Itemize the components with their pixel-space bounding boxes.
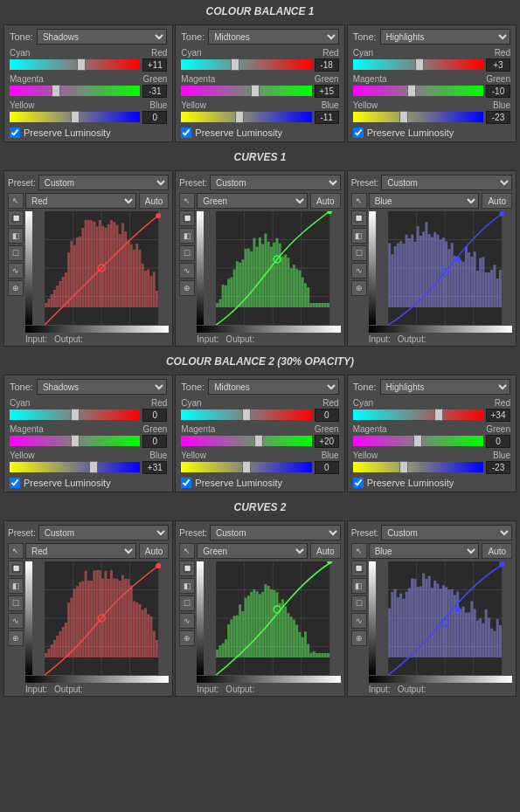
wave-tool[interactable]: ∿ [8,613,24,629]
yellow-blue-value[interactable] [315,461,339,474]
channel-select[interactable]: RedGreenBlueRGB [197,543,308,559]
cyan-red-value[interactable] [142,58,167,72]
magenta-green-slider[interactable] [181,436,311,446]
channel-select[interactable]: RedGreenBlueRGB [369,543,480,559]
tone-select[interactable]: ShadowsMidtonesHighlights [208,29,338,45]
channel-select[interactable]: RedGreenBlueRGB [197,193,308,209]
pointer-tool[interactable]: ↖ [351,193,367,209]
auto-button[interactable]: Auto [482,543,512,559]
cyan-red-slider[interactable] [353,59,483,70]
preset-select[interactable]: CustomDefaultStrong ContrastMedium Contr… [381,525,512,540]
curves-canvas[interactable] [34,561,169,675]
cyan-red-value[interactable] [486,409,510,422]
magenta-green-slider[interactable] [181,86,311,96]
eyedropper-black-tool[interactable]: 🔲 [351,561,367,576]
eyedropper-gray-tool[interactable]: ◧ [8,578,24,594]
eyedropper-white-tool[interactable]: ☐ [179,245,195,261]
wave-tool[interactable]: ∿ [179,263,195,279]
preset-select[interactable]: CustomDefaultStrong ContrastMedium Contr… [38,175,170,190]
auto-button[interactable]: Auto [139,193,170,209]
wave-tool[interactable]: ∿ [351,263,367,279]
auto-button[interactable]: Auto [139,543,170,559]
preserve-luminosity-checkbox[interactable] [10,478,20,488]
preserve-luminosity-checkbox[interactable] [181,127,191,138]
cyan-red-value[interactable] [315,58,339,72]
preserve-luminosity-checkbox[interactable] [353,478,364,488]
pointer-tool[interactable]: ↖ [179,543,195,559]
tone-select[interactable]: ShadowsMidtonesHighlights [37,379,167,395]
yellow-blue-value[interactable] [142,461,167,474]
preset-select[interactable]: CustomDefaultStrong ContrastMedium Contr… [381,175,512,190]
eyedropper-white-tool[interactable]: ☐ [179,595,195,611]
target-tool[interactable]: ⊕ [8,630,24,646]
curves-canvas[interactable] [34,211,169,325]
cyan-red-value[interactable] [486,58,510,72]
target-tool[interactable]: ⊕ [179,630,195,646]
magenta-green-slider[interactable] [10,86,140,96]
preserve-luminosity-checkbox[interactable] [181,478,191,488]
channel-select[interactable]: RedGreenBlueRGB [369,193,480,209]
magenta-green-value[interactable] [142,85,167,98]
pointer-tool[interactable]: ↖ [8,193,24,209]
yellow-blue-value[interactable] [315,111,339,124]
preset-select[interactable]: CustomDefaultStrong ContrastMedium Contr… [210,175,341,190]
cyan-red-slider[interactable] [181,409,311,420]
tone-select[interactable]: ShadowsMidtonesHighlights [380,29,510,45]
eyedropper-white-tool[interactable]: ☐ [351,595,367,611]
magenta-green-slider[interactable] [10,436,140,446]
magenta-green-value[interactable] [486,85,510,98]
eyedropper-black-tool[interactable]: 🔲 [8,561,24,576]
yellow-blue-slider[interactable] [353,112,483,122]
channel-select[interactable]: RedGreenBlueRGB [25,543,136,559]
eyedropper-gray-tool[interactable]: ◧ [351,578,367,594]
eyedropper-white-tool[interactable]: ☐ [8,595,24,611]
auto-button[interactable]: Auto [482,193,512,209]
yellow-blue-slider[interactable] [181,462,311,472]
wave-tool[interactable]: ∿ [179,613,195,629]
pointer-tool[interactable]: ↖ [351,543,367,559]
curves-canvas[interactable] [378,211,512,325]
curves-canvas[interactable] [378,561,512,675]
cyan-red-slider[interactable] [181,59,311,70]
eyedropper-black-tool[interactable]: 🔲 [179,561,195,576]
cyan-red-value[interactable] [142,409,167,422]
preserve-luminosity-checkbox[interactable] [10,127,20,138]
eyedropper-gray-tool[interactable]: ◧ [179,578,195,594]
eyedropper-black-tool[interactable]: 🔲 [179,210,195,226]
auto-button[interactable]: Auto [310,543,341,559]
tone-select[interactable]: ShadowsMidtonesHighlights [380,379,510,395]
cyan-red-slider[interactable] [10,59,140,70]
magenta-green-value[interactable] [315,435,339,448]
channel-select[interactable]: RedGreenBlueRGB [25,193,136,209]
eyedropper-gray-tool[interactable]: ◧ [351,228,367,244]
yellow-blue-value[interactable] [486,461,510,474]
target-tool[interactable]: ⊕ [351,630,367,646]
yellow-blue-slider[interactable] [10,462,140,472]
eyedropper-white-tool[interactable]: ☐ [351,245,367,261]
target-tool[interactable]: ⊕ [8,280,24,296]
auto-button[interactable]: Auto [310,193,341,209]
magenta-green-value[interactable] [315,85,339,98]
pointer-tool[interactable]: ↖ [8,543,24,559]
yellow-blue-slider[interactable] [181,112,311,122]
eyedropper-gray-tool[interactable]: ◧ [179,228,195,244]
eyedropper-gray-tool[interactable]: ◧ [8,228,24,244]
yellow-blue-value[interactable] [142,111,167,124]
pointer-tool[interactable]: ↖ [179,193,195,209]
wave-tool[interactable]: ∿ [8,263,24,279]
eyedropper-black-tool[interactable]: 🔲 [351,210,367,226]
preset-select[interactable]: CustomDefaultStrong ContrastMedium Contr… [210,525,341,540]
cyan-red-value[interactable] [315,409,339,422]
tone-select[interactable]: ShadowsMidtonesHighlights [37,29,167,45]
magenta-green-slider[interactable] [353,86,483,96]
magenta-green-value[interactable] [142,435,167,448]
eyedropper-black-tool[interactable]: 🔲 [8,210,24,226]
cyan-red-slider[interactable] [353,409,483,420]
target-tool[interactable]: ⊕ [179,280,195,296]
eyedropper-white-tool[interactable]: ☐ [8,245,24,261]
magenta-green-value[interactable] [486,435,510,448]
yellow-blue-value[interactable] [486,111,510,124]
yellow-blue-slider[interactable] [353,462,483,472]
curves-canvas[interactable] [205,561,340,675]
magenta-green-slider[interactable] [353,436,483,446]
